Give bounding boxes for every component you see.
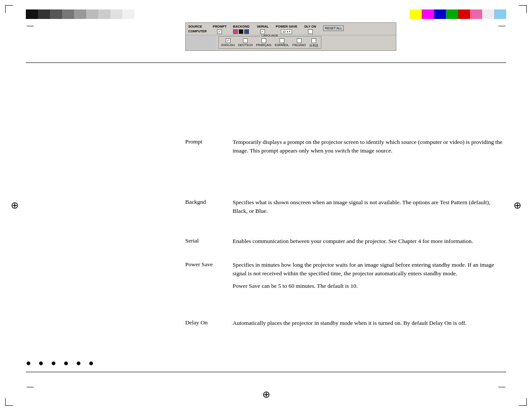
ui-lang-italiano-label: ITALIANO [292,44,306,47]
ui-serial-section: SERIAL [254,25,271,34]
corner-mark-bl [5,398,13,406]
grayscale-swatch-9 [122,9,134,19]
ui-lang-francais: FRANÇAIS [256,38,271,48]
grayscale-swatch-4 [62,9,74,19]
ui-lang-francais-chk[interactable] [261,38,266,43]
ui-powersave-spinner[interactable]: 10 ▲▼ [281,29,292,34]
ui-source-label: SOURCE [188,25,202,28]
term-backgnd-desc: Specifies what is shown onscreen when an… [233,198,506,216]
term-prompt-desc: Temporarily displays a prompt on the pro… [233,138,506,156]
term-powersave-content: Specifies in minutes how long the projec… [233,261,506,290]
ui-lang-francais-label: FRANÇAIS [256,44,271,47]
color-swatch-magenta [422,9,434,19]
color-swatch-blue [434,9,446,19]
ui-language-items: ENGLISH DEUTSCH FRANÇAIS ESPAÑOL ITALIAN… [221,38,318,48]
ui-backgnd-swatch3[interactable] [244,29,249,34]
ui-lang-deutsch-chk[interactable] [243,38,248,43]
color-swatch-red [458,9,470,19]
ui-prompt-checkbox[interactable] [217,29,222,34]
term-delayon-label: Delay On [185,319,233,326]
grayscale-swatch-3 [50,9,62,19]
ui-powersave-arrows: ▲▼ [286,31,291,33]
ui-language-border: LANGUAGE ENGLISH DEUTSCH FRANÇAIS ESPAÑO… [218,36,321,49]
ui-toolbar-row: SOURCE COMPUTER PROMPT BACKGND SERIAL [186,23,396,35]
term-delayon-desc: Automatically places the projector in st… [233,319,506,327]
ui-delayon-label: DLY ON [304,25,316,28]
left-crosshair: ⊕ [11,200,19,211]
ui-reset-section: RESET ALL [323,25,344,34]
color-swatch-cyan [494,9,506,19]
color-bar [410,9,506,19]
ui-lang-english: ENGLISH [221,38,235,48]
ui-serial-controls [260,29,265,34]
term-powersave-label: Power Save [185,261,233,268]
margin-line-lb [27,387,34,387]
ui-lang-deutsch: DEUTSCH [238,38,253,48]
ui-lang-espanol: ESPAÑOL [275,38,289,48]
ui-screenshot: SOURCE COMPUTER PROMPT BACKGND SERIAL [185,22,396,51]
term-serial-row: Serial Enables communication between you… [185,237,506,246]
ui-lang-espanol-chk[interactable] [280,38,284,43]
ui-serial-label: SERIAL [257,25,269,28]
term-delayon-row: Delay On Automatically places the projec… [185,319,506,327]
terms-content: Prompt Temporarily displays a prompt on … [26,67,506,368]
ui-delayon-controls [308,29,313,34]
ui-source-section: SOURCE COMPUTER [188,25,207,34]
ui-backgnd-swatch1[interactable] [233,29,238,34]
ui-backgnd-swatch2[interactable] [239,29,243,34]
ui-language-row: LANGUAGE ENGLISH DEUTSCH FRANÇAIS ESPAÑO… [216,35,396,50]
term-prompt-label: Prompt [185,138,233,145]
grayscale-swatch-6 [86,9,98,19]
term-powersave-row: Power Save Specifies in minutes how long… [185,261,506,290]
ui-lang-italiano: ITALIANO [292,38,306,48]
ui-delayon-section: DLY ON [302,25,319,34]
corner-mark-br [519,398,527,406]
ui-backgnd-controls [233,29,249,34]
ui-powersave-section: POWER SAVE 10 ▲▼ [276,25,297,34]
ui-language-border-label: LANGUAGE [261,34,279,37]
term-serial-desc: Enables communication between your compu… [233,237,506,246]
ui-lang-english-chk[interactable] [226,38,230,43]
ui-lang-japanese-chk[interactable] [311,38,316,43]
margin-line-rt [498,26,505,26]
margin-line-rb [498,387,505,387]
ui-lang-english-label: ENGLISH [221,44,235,47]
bullet-dots: ● ● ● ● ● ● [26,358,96,368]
grayscale-bar [26,9,134,19]
ui-prompt-controls [217,29,222,34]
term-powersave-desc: Specifies in minutes how long the projec… [233,261,506,278]
ui-reset-button[interactable]: RESET ALL [323,25,344,31]
right-crosshair: ⊕ [513,200,521,211]
top-bars: ⊕ [0,9,532,19]
ui-serial-checkbox[interactable] [260,29,265,34]
ui-powersave-label: POWER SAVE [276,25,297,28]
ui-prompt-label: PROMPT [213,25,227,28]
ui-lang-italiano-chk[interactable] [297,38,302,43]
grayscale-swatch-5 [74,9,86,19]
ui-delayon-checkbox[interactable] [308,29,313,34]
ui-lang-espanol-label: ESPAÑOL [275,44,289,47]
ui-prompt-section: PROMPT [211,25,228,34]
color-swatch-yellow [410,9,422,19]
color-swatch-pink [470,9,482,19]
grayscale-swatch-8 [110,9,122,19]
term-backgnd-row: Backgnd Specifies what is shown onscreen… [185,198,506,216]
grayscale-swatch-2 [38,9,50,19]
color-swatch-white [482,9,494,19]
color-swatch-green [446,9,458,19]
bottom-horizontal-rule [26,372,506,372]
term-serial-label: Serial [185,237,233,244]
ui-source-value: COMPUTER [188,29,207,33]
grayscale-swatch-1 [26,9,38,19]
ui-lang-japanese-label: 日本語 [309,44,318,48]
term-powersave-note: Power Save can be 5 to 60 minutes. The d… [233,282,506,290]
ui-powersave-value: 10 [282,30,286,33]
top-horizontal-rule [26,62,506,63]
term-prompt-row: Prompt Temporarily displays a prompt on … [185,138,506,156]
bottom-crosshair: ⊕ [262,389,270,400]
ui-lang-deutsch-label: DEUTSCH [238,44,253,47]
ui-backgnd-label: BACKGND [233,25,249,28]
ui-lang-japanese: 日本語 [309,38,318,48]
term-backgnd-label: Backgnd [185,198,233,206]
margin-line-lt [27,26,34,26]
